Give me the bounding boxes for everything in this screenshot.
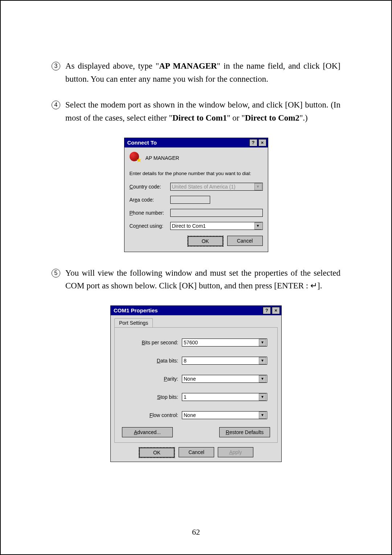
- chevron-down-icon: ▼: [254, 222, 262, 230]
- dialog-prompt: Enter details for the phone number that …: [130, 171, 263, 176]
- data-bits-label: Data bits:: [122, 358, 182, 364]
- dialog-buttons: OK Cancel Apply: [114, 447, 278, 458]
- tab-port-settings[interactable]: Port Settings: [114, 318, 153, 327]
- connection-name: AP MANAGER: [146, 155, 179, 161]
- bits-per-second-row: Bits per second: 57600 ▼: [122, 339, 270, 347]
- circled-number: 5: [52, 269, 60, 278]
- dialog-title: Connect To: [127, 139, 157, 146]
- list-item-3: 3 As displayed above, type "AP MANAGER" …: [52, 60, 340, 85]
- country-label: Country code:: [130, 184, 170, 190]
- panel-buttons: Advanced... Restore Defaults: [122, 427, 270, 437]
- cancel-button[interactable]: Cancel: [179, 447, 214, 457]
- page-number: 62: [1, 527, 391, 537]
- titlebar[interactable]: COM1 Properties ? ×: [111, 306, 281, 315]
- flow-control-label: Flow control:: [122, 412, 182, 418]
- text-segment: As displayed above, type ": [65, 61, 159, 70]
- parity-row: Parity: None ▼: [122, 375, 270, 383]
- list-number: 4: [52, 98, 65, 124]
- data-bits-select[interactable]: 8 ▼: [182, 357, 267, 365]
- flow-control-row: Flow control: None ▼: [122, 411, 270, 419]
- text-segment: " or ": [227, 113, 245, 122]
- list-number: 5: [52, 267, 65, 292]
- close-icon[interactable]: ×: [272, 307, 280, 314]
- tab-bar: Port Settings: [114, 318, 278, 327]
- ok-button[interactable]: OK: [187, 236, 224, 247]
- country-row: Country code: United States of America (…: [130, 183, 263, 191]
- flow-control-select[interactable]: None ▼: [182, 411, 267, 419]
- apply-button[interactable]: Apply: [218, 447, 253, 457]
- list-text: As displayed above, type "AP MANAGER" in…: [65, 60, 340, 85]
- parity-select[interactable]: None ▼: [182, 375, 267, 383]
- help-icon[interactable]: ?: [249, 139, 257, 146]
- parity-value: None: [184, 376, 196, 382]
- connect-using-label: Connect using:: [130, 223, 170, 229]
- data-bits-value: 8: [184, 358, 187, 364]
- titlebar-buttons: ? ×: [263, 307, 280, 314]
- parity-label: Parity:: [122, 376, 182, 382]
- flow-control-value: None: [184, 412, 196, 418]
- chevron-down-icon: ▼: [254, 183, 262, 190]
- titlebar-buttons: ? ×: [249, 139, 266, 146]
- country-value: United States of America (1): [172, 184, 236, 190]
- stop-bits-select[interactable]: 1 ▼: [182, 393, 267, 401]
- stop-bits-row: Stop bits: 1 ▼: [122, 393, 270, 401]
- area-row: Area code:: [130, 196, 263, 204]
- phone-input[interactable]: [170, 209, 263, 217]
- text-bold: Direct to Com1: [172, 113, 227, 122]
- area-label: Area code:: [130, 197, 170, 203]
- list-text: You will view the following window and m…: [65, 267, 340, 292]
- connect-to-dialog: Connect To ? × ★ AP MANAGER Enter det: [124, 138, 268, 252]
- connect-using-value: Direct to Com1: [172, 223, 206, 229]
- dialog-title: COM1 Properties: [114, 307, 158, 313]
- bits-label: Bits per second:: [122, 340, 182, 345]
- stop-bits-value: 1: [184, 394, 187, 400]
- bits-select[interactable]: 57600 ▼: [182, 339, 267, 347]
- list-text: Select the modem port as shown in the wi…: [65, 98, 340, 124]
- titlebar[interactable]: Connect To ? ×: [124, 138, 268, 147]
- circled-number: 3: [52, 62, 60, 70]
- dialog-header: ★ AP MANAGER: [130, 152, 263, 164]
- country-select[interactable]: United States of America (1) ▼: [170, 183, 263, 191]
- document-content: 3 As displayed above, type "AP MANAGER" …: [30, 27, 362, 462]
- document-page: 3 As displayed above, type "AP MANAGER" …: [0, 0, 392, 555]
- bits-value: 57600: [184, 340, 198, 345]
- dialog-wrapper: COM1 Properties ? × Port Settings Bits p…: [52, 305, 340, 462]
- dialog-body: Port Settings Bits per second: 57600 ▼ D…: [111, 315, 281, 462]
- text-bold: AP MANAGER: [159, 61, 217, 70]
- phone-row: Phone number:: [130, 209, 263, 217]
- ok-button[interactable]: OK: [139, 447, 175, 458]
- port-settings-panel: Bits per second: 57600 ▼ Data bits: 8 ▼: [114, 327, 278, 443]
- chevron-down-icon: ▼: [259, 412, 266, 419]
- phone-label: Phone number:: [130, 210, 170, 216]
- list-item-5: 5 You will view the following window and…: [52, 267, 340, 292]
- dialog-body: ★ AP MANAGER Enter details for the phone…: [124, 147, 268, 252]
- text-segment: You will view the following window and m…: [65, 268, 340, 291]
- area-input[interactable]: [170, 196, 210, 204]
- cancel-button[interactable]: Cancel: [227, 236, 263, 246]
- close-icon[interactable]: ×: [258, 139, 266, 146]
- connect-using-select[interactable]: Direct to Com1 ▼: [170, 222, 263, 230]
- chevron-down-icon: ▼: [259, 393, 266, 401]
- dialog-buttons: OK Cancel: [130, 236, 263, 247]
- circled-number: 4: [52, 101, 60, 109]
- text-segment: ".): [299, 113, 308, 122]
- chevron-down-icon: ▼: [259, 375, 266, 382]
- help-icon[interactable]: ?: [263, 307, 271, 314]
- list-item-4: 4 Select the modem port as shown in the …: [52, 98, 340, 124]
- connect-using-row: Connect using: Direct to Com1 ▼: [130, 222, 263, 230]
- com1-properties-dialog: COM1 Properties ? × Port Settings Bits p…: [110, 305, 282, 462]
- dialog-wrapper: Connect To ? × ★ AP MANAGER Enter det: [52, 138, 340, 252]
- data-bits-row: Data bits: 8 ▼: [122, 357, 270, 365]
- stop-bits-label: Stop bits:: [122, 394, 182, 400]
- text-bold: Direct to Com2: [245, 113, 299, 122]
- chevron-down-icon: ▼: [259, 357, 266, 364]
- chevron-down-icon: ▼: [259, 339, 266, 346]
- restore-defaults-button[interactable]: Restore Defaults: [219, 427, 270, 437]
- connection-icon: ★: [130, 152, 142, 164]
- star-icon: ★: [136, 156, 142, 164]
- advanced-button[interactable]: Advanced...: [122, 427, 173, 437]
- list-number: 3: [52, 60, 65, 85]
